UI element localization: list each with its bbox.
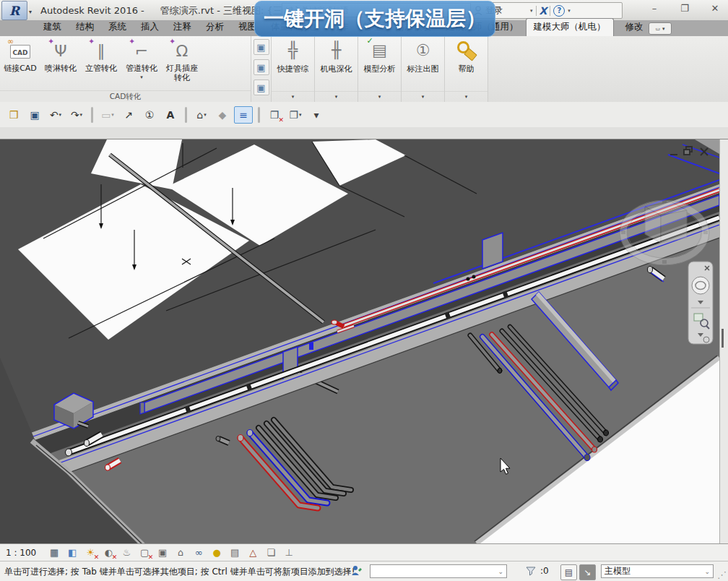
exclude-options-button[interactable]: ↘ [579, 564, 596, 580]
toggle-dropdown-icon: ▾ [662, 26, 665, 32]
panel-dropdown-arrow-icon[interactable]: ▾ [315, 91, 358, 102]
login-dropdown-icon[interactable]: ▾ [530, 8, 533, 14]
3d-view[interactable] [0, 139, 719, 543]
model-analysis-panel[interactable]: ▤ ✓ 模型分析 ▾ [358, 36, 402, 102]
cad-small-tool-1[interactable]: ▣ [254, 39, 269, 55]
ribbon-minimize-button[interactable]: ▭ ▾ [649, 22, 672, 35]
cad-convert-group-label[interactable]: CAD转化 [0, 90, 251, 102]
panel-dropdown-arrow-icon[interactable]: ▾ [445, 91, 488, 102]
ribbon-tab[interactable]: 建筑 [36, 19, 69, 36]
detail-level-icon[interactable]: ▦ ✕ [46, 546, 62, 560]
red-x-overlay-icon: ✕ [94, 554, 100, 561]
convert-badge-icon: ✦ [88, 38, 95, 46]
visual-style-icon[interactable]: ◧ ✕ [64, 546, 80, 560]
convert-badge-icon: ✦ [129, 38, 135, 46]
ribbon-tab[interactable]: 分析 [199, 19, 231, 36]
panel-dropdown-arrow-icon[interactable]: ▾ [272, 91, 314, 102]
requests-dialog-button[interactable]: ▤ [560, 564, 577, 580]
ribbon-tab[interactable]: 注释 [166, 19, 199, 36]
promo-overlay-banner: 一键开洞（支持保温层） [254, 1, 495, 37]
redo-button[interactable]: ↷ ▾ ✕ [67, 106, 86, 124]
reveal-constraints-icon[interactable]: ⊥ ✕ [281, 546, 297, 560]
sprinkler-convert-button[interactable]: Ψ ✦ 喷淋转化 ▾ [40, 38, 81, 80]
resize-grip[interactable]: ⋰ [717, 569, 727, 580]
aligned-dimension-button[interactable]: ↗ ▾ ✕ [119, 106, 138, 124]
maximize-button[interactable]: ❐ [677, 3, 692, 14]
ribbon: CAD ∞ 链接CAD ▾ Ψ ✦ 喷淋转化 ▾ [0, 36, 728, 103]
toolbar-button[interactable]: ▾ ✕ [185, 107, 187, 123]
workset-dropdown[interactable]: ⌄ [370, 564, 507, 578]
sun-path-icon[interactable]: ☀ ✕ [82, 546, 98, 560]
canvas-gutter [719, 139, 728, 543]
help-button[interactable]: ? [553, 5, 565, 17]
section-button[interactable]: ◆ ▾ ✕ [213, 106, 232, 124]
lamp-socket-convert-button[interactable]: Ω ✦ 灯具插座转化 ▾ [162, 38, 202, 90]
toolbar-button[interactable]: ▾ ✕ [91, 107, 93, 123]
default-3d-view-button[interactable]: ⌂ ▾ ✕ [192, 106, 211, 124]
temporary-view-properties-icon[interactable]: ▤ ✕ [227, 546, 243, 560]
thin-lines-button[interactable]: ≡ ▾ ✕ [234, 106, 253, 124]
save-button[interactable]: ▣ ▾ ✕ [25, 106, 44, 124]
shadows-icon[interactable]: ◐ ✕ [100, 546, 116, 560]
panel-dropdown-arrow-icon[interactable]: ▾ [358, 91, 401, 102]
ribbon-tab[interactable]: 系统 [101, 19, 134, 36]
view-lock-icon[interactable]: ⌂ ✕ [173, 546, 188, 560]
mep-panels: ╬ 快捷管综 ▾ ╫ 机电深化 [272, 36, 488, 102]
divider [550, 6, 550, 16]
convert-badge-icon: ∞ [7, 38, 14, 46]
cad-small-tools: ▣ ▣ ▣ [251, 36, 272, 102]
quick-mep-panel[interactable]: ╬ 快捷管综 ▾ [272, 36, 315, 102]
link-cad-button[interactable]: CAD ∞ 链接CAD ▾ [0, 38, 40, 80]
panel-dropdown-arrow-icon[interactable]: ▾ [402, 91, 444, 102]
gutter-tick [722, 329, 724, 348]
toolbar-button[interactable]: ▾ ✕ [258, 107, 260, 123]
pipe-convert-button[interactable]: ⌐ ✦ 管道转化 ▾ [121, 38, 162, 80]
highlight-displacement-icon[interactable]: ❏ ✕ [263, 546, 279, 560]
show-rendering-dialog-icon[interactable]: ♨ ✕ [118, 546, 134, 560]
steering-wheel-button[interactable] [692, 277, 709, 294]
exchange-apps-button[interactable]: X [540, 5, 547, 17]
ribbon-tab[interactable]: 结构 [69, 19, 101, 36]
panel-badge-icon: ✓ [367, 37, 373, 45]
switch-windows-button[interactable]: ❐ ▾ ✕ [286, 106, 305, 124]
help-panel[interactable]: 帮助 ▾ [445, 36, 488, 102]
panel-toggle-wrap: ▭ ▾ [638, 22, 672, 37]
measure-button[interactable]: ▭ ▾ ✕ [98, 106, 117, 124]
drawing-area[interactable] [0, 139, 719, 543]
selection-count: :0 [540, 566, 549, 576]
divider [536, 6, 537, 16]
cad-small-tool-3[interactable]: ▣ [254, 79, 269, 95]
editing-requests-icon[interactable] [351, 565, 363, 577]
tag-by-category-button[interactable]: ① ▾ ✕ [140, 106, 159, 124]
customize-qat-button[interactable]: ▾ ▾ ✕ [307, 106, 326, 124]
status-hint: 单击可进行选择; 按 Tab 键并单击可选择其他项目; 按 Ctrl 键并单击可… [4, 566, 355, 578]
text-button[interactable]: A ▾ ✕ [161, 106, 180, 124]
close-button[interactable]: ✕ [708, 3, 722, 14]
show-analytical-model-icon[interactable]: △ ✕ [245, 546, 261, 560]
scale-button[interactable]: 1 : 100 [6, 548, 36, 558]
temporary-hide-isolate-icon[interactable]: ∞ ✕ [191, 546, 207, 560]
app-menu-button[interactable]: R [1, 1, 27, 20]
cad-small-tool-2[interactable]: ▣ [254, 59, 269, 75]
ribbon-tab[interactable]: 建模大师（机电） [526, 18, 614, 36]
tag-export-panel[interactable]: ① 标注出图 ▾ [402, 36, 445, 102]
close-inactive-windows-button[interactable]: ❐ ▾ ✕ [265, 106, 284, 124]
status-bar: 单击可进行选择; 按 Tab 键并单击可选择其他项目; 按 Ctrl 键并单击可… [0, 561, 728, 581]
reveal-hidden-elements-icon[interactable]: ● ✕ [209, 546, 225, 560]
selection-filter-icon[interactable] [526, 567, 536, 576]
convert-badge-icon: ✦ [169, 38, 176, 46]
app-menu-arrow-icon[interactable]: ▾ [29, 9, 32, 15]
chevron-down-icon: ⌄ [498, 568, 503, 575]
ribbon-tab[interactable]: 插入 [134, 19, 166, 36]
help-dropdown-icon[interactable]: ▾ [568, 8, 571, 14]
dropdown-arrow-icon: ▾ [80, 112, 83, 118]
open-button[interactable]: ❒ ▾ ✕ [4, 106, 23, 124]
mep-deepening-panel[interactable]: ╫ 机电深化 ▾ [315, 36, 358, 102]
window-controls: –❐✕ [647, 3, 722, 14]
crop-view-icon[interactable]: ▢ ✕ [136, 546, 152, 560]
riser-convert-button[interactable]: ∥ ✦ 立管转化 ▾ [81, 38, 121, 80]
show-crop-region-icon[interactable]: ▣ ✕ [155, 546, 170, 560]
minimize-button[interactable]: – [647, 3, 662, 14]
design-option-dropdown[interactable]: 主模型 ⌄ [601, 564, 714, 578]
undo-button[interactable]: ↶ ▾ ✕ [46, 106, 65, 124]
